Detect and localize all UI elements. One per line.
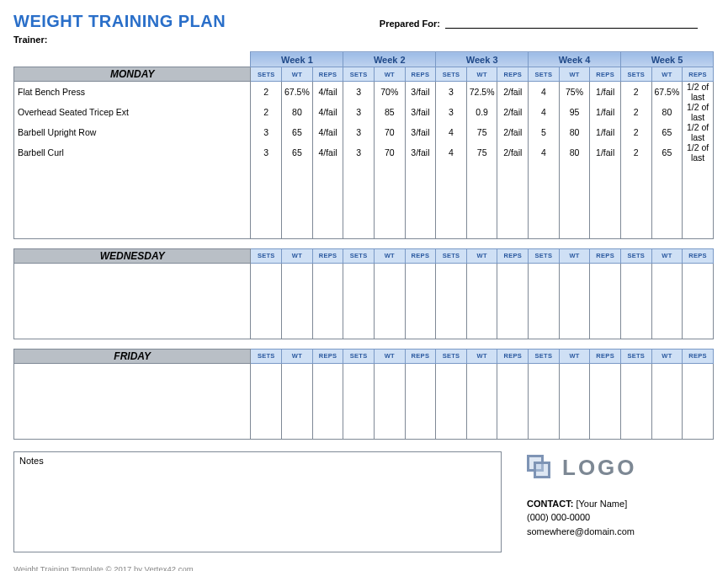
empty-cell[interactable] [497,163,529,238]
reps-cell: 2/fail [497,82,529,103]
empty-cell[interactable] [343,163,375,238]
prepared-for-line[interactable] [445,17,698,29]
empty-cell[interactable] [251,163,282,238]
empty-cell[interactable] [282,363,313,439]
empty-cell[interactable] [529,163,560,238]
empty-cell[interactable] [497,263,529,339]
notes-box[interactable]: Notes [13,451,502,552]
empty-cell[interactable] [466,163,497,238]
weight-cell: 95 [559,102,590,122]
empty-cell[interactable] [466,263,497,339]
header-left: WEIGHT TRAINING PLAN Trainer: [13,12,226,45]
empty-cell[interactable] [374,363,405,439]
column-header: SETS [529,248,560,263]
empty-cell[interactable] [251,263,282,339]
reps-cell: 1/fail [590,122,621,142]
column-header: WT [282,248,313,263]
empty-cell[interactable] [559,163,590,238]
sets-cell: 2 [251,82,282,103]
column-header: REPS [590,349,621,363]
empty-cell[interactable] [529,263,560,339]
column-header: REPS [497,248,529,263]
empty-cell[interactable] [620,163,651,238]
empty-cell[interactable] [405,263,436,339]
empty-cell[interactable] [405,163,436,238]
empty-cell[interactable] [466,363,497,439]
empty-cell[interactable] [559,363,590,439]
weight-cell: 67.5% [282,82,313,103]
empty-cell[interactable] [343,263,375,339]
logo-text: LOGO [562,455,637,481]
column-header: REPS [312,67,343,82]
column-header: REPS [590,67,621,82]
empty-cell[interactable] [590,363,621,439]
bottom-section: Notes LOGO CONTACT: [Your Name] (000) 00… [13,451,715,552]
exercise-name: Barbell Curl [14,142,251,163]
contact-email: somewhere@domain.com [527,525,715,539]
empty-cell[interactable] [343,363,375,439]
trainer-label: Trainer: [13,35,226,45]
exercise-name: Flat Bench Press [14,82,251,103]
column-header: WT [374,67,405,82]
empty-cell[interactable] [651,363,683,439]
empty-cell[interactable] [590,263,621,339]
empty-cell[interactable] [683,163,714,238]
column-header: WT [374,248,405,263]
column-header: WT [559,349,590,363]
empty-cell[interactable] [282,163,313,238]
empty-cell[interactable] [405,363,436,439]
column-header: REPS [683,67,714,82]
weight-cell: 80 [559,142,590,163]
column-header: SETS [620,67,651,82]
column-header: SETS [343,349,375,363]
reps-cell: 1/fail [590,102,621,122]
reps-cell: 4/fail [312,102,343,122]
empty-cell[interactable] [590,163,621,238]
training-plan-table: Week 1Week 2Week 3Week 4Week 5MONDAYSETS… [13,51,714,440]
footer-copyright: Weight Training Template © 2017 by Verte… [13,564,715,572]
reps-cell: 4/fail [312,122,343,142]
sets-cell: 4 [529,142,560,163]
reps-cell: 4/fail [312,82,343,103]
column-header: WT [559,67,590,82]
reps-cell: 4/fail [312,142,343,163]
empty-cell[interactable] [282,263,313,339]
empty-cell[interactable] [683,363,714,439]
column-header: WT [559,248,590,263]
empty-cell[interactable] [312,163,343,238]
prepared-for: Prepared For: [380,17,698,29]
empty-cell[interactable] [251,363,282,439]
empty-cell[interactable] [436,263,467,339]
empty-exercise-area[interactable] [14,363,251,439]
empty-cell[interactable] [374,263,405,339]
column-header: SETS [343,248,375,263]
empty-cell[interactable] [436,363,467,439]
empty-cell[interactable] [312,363,343,439]
empty-exercise-area[interactable] [14,263,251,339]
column-header: REPS [497,349,529,363]
column-header: REPS [683,349,714,363]
empty-cell[interactable] [497,363,529,439]
empty-cell[interactable] [683,263,714,339]
empty-cell[interactable] [529,363,560,439]
empty-cell[interactable] [651,163,683,238]
weight-cell: 67.5% [651,82,683,103]
empty-cell[interactable] [436,163,467,238]
column-header: SETS [251,248,282,263]
column-header: WT [282,67,313,82]
empty-cell[interactable] [312,263,343,339]
empty-cell[interactable] [374,163,405,238]
empty-cell[interactable] [559,263,590,339]
empty-exercise-area[interactable] [14,163,251,238]
column-header: SETS [620,248,651,263]
reps-cell: 1/2 of last [683,82,714,103]
weight-cell: 85 [374,102,405,122]
sets-cell: 2 [620,142,651,163]
prepared-for-label: Prepared For: [380,19,440,29]
empty-cell[interactable] [620,363,651,439]
empty-cell[interactable] [620,263,651,339]
column-header: SETS [251,67,282,82]
empty-cell[interactable] [651,263,683,339]
reps-cell: 3/fail [405,142,436,163]
day-header: MONDAY [14,67,251,82]
